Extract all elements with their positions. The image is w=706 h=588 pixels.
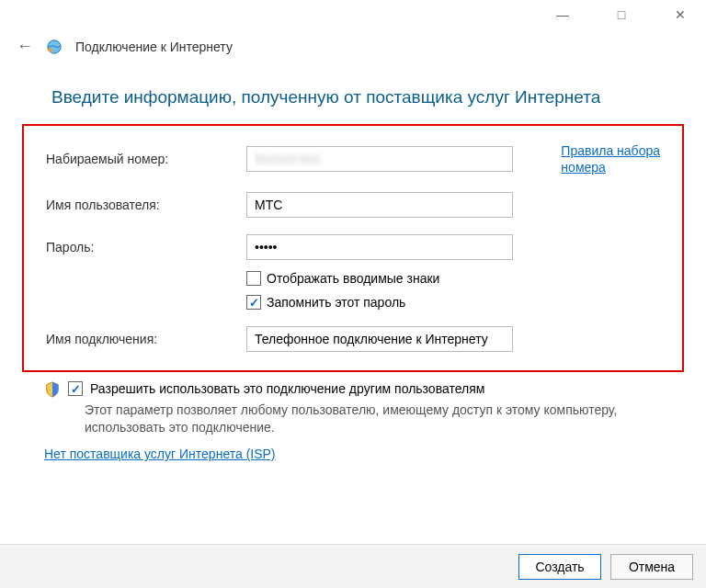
dial-number-row: Набираемый номер: Правила набора номера xyxy=(46,142,660,175)
no-isp-row: Нет поставщика услуг Интернета (ISP) xyxy=(18,436,688,462)
dialing-rules-link[interactable]: Правила набора номера xyxy=(561,143,660,175)
show-chars-row: Отображать вводимые знаки xyxy=(246,271,660,286)
remember-password-row: Запомнить этот пароль xyxy=(246,295,660,310)
connection-name-row: Имя подключения: xyxy=(46,326,660,352)
header: ← Подключение к Интернету xyxy=(0,29,706,71)
window-title: Подключение к Интернету xyxy=(75,40,233,54)
sharing-description: Этот параметр позволяет любому пользоват… xyxy=(44,398,662,436)
minimize-button[interactable]: — xyxy=(544,7,581,22)
sharing-section: Разрешить использовать это подключение д… xyxy=(18,372,688,436)
globe-icon xyxy=(46,39,63,55)
password-label: Пароль: xyxy=(46,240,246,254)
dialing-rules-link-line2: номера xyxy=(561,160,606,175)
dialog-window: — □ ✕ ← Подключение к Интернету Введите … xyxy=(0,0,706,588)
cancel-button[interactable]: Отмена xyxy=(610,554,693,580)
remember-password-checkbox[interactable] xyxy=(246,295,261,310)
allow-sharing-row: Разрешить использовать это подключение д… xyxy=(44,381,662,398)
allow-sharing-checkbox[interactable] xyxy=(68,381,83,396)
form-area: Набираемый номер: Правила набора номера … xyxy=(22,124,684,372)
dial-number-label: Набираемый номер: xyxy=(46,152,246,166)
create-button[interactable]: Создать xyxy=(518,554,601,580)
page-heading: Введите информацию, полученную от постав… xyxy=(18,71,688,124)
content: Введите информацию, полученную от постав… xyxy=(0,71,706,544)
show-chars-label: Отображать вводимые знаки xyxy=(267,271,439,286)
username-row: Имя пользователя: xyxy=(46,192,660,218)
password-input[interactable] xyxy=(246,234,513,260)
show-chars-checkbox[interactable] xyxy=(246,271,261,286)
close-button[interactable]: ✕ xyxy=(662,7,699,22)
connection-name-label: Имя подключения: xyxy=(46,332,246,346)
footer: Создать Отмена xyxy=(0,544,706,588)
shield-icon xyxy=(44,381,61,398)
password-row: Пароль: xyxy=(46,234,660,260)
back-arrow-icon[interactable]: ← xyxy=(17,37,33,56)
connection-name-input[interactable] xyxy=(246,326,513,352)
remember-password-label: Запомнить этот пароль xyxy=(267,295,405,310)
username-input[interactable] xyxy=(246,192,513,218)
no-isp-link[interactable]: Нет поставщика услуг Интернета (ISP) xyxy=(44,447,276,461)
svg-point-1 xyxy=(48,48,52,52)
allow-sharing-label: Разрешить использовать это подключение д… xyxy=(90,381,484,396)
titlebar: — □ ✕ xyxy=(0,0,706,29)
dial-number-input[interactable] xyxy=(246,146,513,172)
username-label: Имя пользователя: xyxy=(46,198,246,212)
dialing-rules-link-line1: Правила набора xyxy=(561,143,660,158)
maximize-button[interactable]: □ xyxy=(603,7,640,22)
